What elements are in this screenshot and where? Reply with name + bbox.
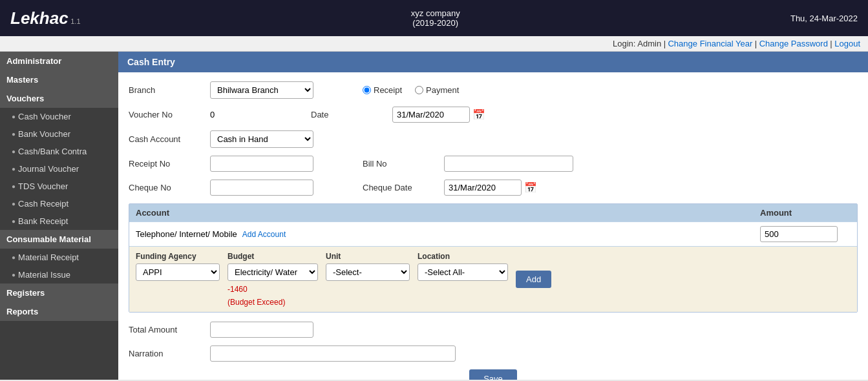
account-table-header: Account Amount bbox=[129, 204, 857, 221]
login-text: Login: Admin | bbox=[613, 39, 666, 48]
app-version: 1.1 bbox=[70, 17, 80, 25]
budget-row: Funding Agency APPI Other Budget Electri… bbox=[136, 252, 851, 307]
sidebar-item-cash-receipt[interactable]: ● Cash Receipt bbox=[0, 195, 118, 212]
cheque-no-label: Cheque No bbox=[129, 183, 200, 192]
logo-area: Lekhac 1.1 bbox=[10, 8, 81, 28]
receipt-no-input[interactable] bbox=[210, 156, 313, 172]
funding-agency-col: Funding Agency APPI Other bbox=[136, 252, 220, 281]
receipt-payment-group: Receipt Payment bbox=[363, 85, 459, 95]
bullet-icon: ● bbox=[12, 113, 16, 120]
branch-row: Branch Bhilwara Branch Main Branch Recei… bbox=[129, 81, 858, 99]
sidebar-item-cash-bank-contra[interactable]: ● Cash/Bank Contra bbox=[0, 143, 118, 160]
funding-agency-select[interactable]: APPI Other bbox=[136, 263, 220, 281]
budget-exceed-amount: -1460 bbox=[228, 285, 318, 294]
bill-no-label: Bill No bbox=[363, 159, 434, 169]
logout-link[interactable]: Logout bbox=[834, 39, 860, 48]
unit-label: Unit bbox=[326, 252, 410, 261]
funding-agency-label: Funding Agency bbox=[136, 252, 220, 261]
account-col-header: Account bbox=[136, 208, 760, 218]
sidebar-section-reports[interactable]: Reports bbox=[0, 302, 118, 321]
total-amount-input[interactable] bbox=[210, 322, 313, 338]
change-fy-link[interactable]: Change Financial Year bbox=[668, 39, 752, 48]
sidebar-item-material-issue[interactable]: ● Material Issue bbox=[0, 266, 118, 283]
total-amount-label: Total Amount bbox=[129, 325, 200, 335]
amount-input[interactable] bbox=[760, 226, 838, 242]
bullet-icon: ● bbox=[12, 165, 16, 172]
cash-account-row: Cash Account Cash in Hand Petty Cash bbox=[129, 130, 858, 148]
payment-radio[interactable] bbox=[415, 86, 423, 94]
sidebar-section-consumable[interactable]: Consumable Material bbox=[0, 230, 118, 249]
budget-exceed-text: (Budget Exceed) bbox=[228, 298, 318, 307]
budget-label: Budget bbox=[228, 252, 318, 261]
location-col: Location -Select All- Location A bbox=[418, 252, 508, 281]
bill-no-input[interactable] bbox=[444, 156, 573, 172]
sidebar-item-label: Material Receipt bbox=[18, 252, 79, 262]
sidebar-section-administrator[interactable]: Administrator bbox=[0, 52, 118, 70]
budget-col: Budget Electricity/ Water Other -1460 (B… bbox=[228, 252, 318, 307]
sidebar-item-cash-voucher[interactable]: ● Cash Voucher bbox=[0, 108, 118, 125]
account-row-account: Telephone/ Internet/ Mobile Add Account bbox=[136, 229, 760, 239]
cheque-date-input[interactable] bbox=[444, 180, 522, 196]
cheque-no-input[interactable] bbox=[210, 180, 313, 196]
sidebar-item-label: Journal Voucher bbox=[18, 164, 79, 174]
panel-title: Cash Entry bbox=[118, 52, 868, 72]
narration-label: Narration bbox=[129, 349, 200, 358]
location-select[interactable]: -Select All- Location A bbox=[418, 263, 508, 281]
unit-col: Unit -Select- Unit A bbox=[326, 252, 410, 281]
company-year: (2019-2020) bbox=[411, 18, 460, 28]
sidebar-item-bank-voucher[interactable]: ● Bank Voucher bbox=[0, 125, 118, 143]
main-content: Cash Entry Branch Bhilwara Branch Main B… bbox=[118, 52, 868, 380]
amount-col-header: Amount bbox=[760, 208, 851, 218]
total-amount-row: Total Amount bbox=[129, 322, 858, 338]
receipt-radio-label[interactable]: Receipt bbox=[363, 85, 402, 95]
sidebar-section-vouchers[interactable]: Vouchers bbox=[0, 89, 118, 108]
save-button[interactable]: Save bbox=[469, 369, 517, 380]
sidebar: Administrator Masters Vouchers ● Cash Vo… bbox=[0, 52, 118, 380]
sidebar-item-journal-voucher[interactable]: ● Journal Voucher bbox=[0, 160, 118, 178]
panel-body: Branch Bhilwara Branch Main Branch Recei… bbox=[118, 72, 868, 380]
receipt-label: Receipt bbox=[374, 85, 402, 95]
bullet-icon: ● bbox=[12, 254, 16, 261]
date-label: Date bbox=[311, 110, 382, 119]
cash-account-select[interactable]: Cash in Hand Petty Cash bbox=[210, 130, 313, 148]
bullet-icon: ● bbox=[12, 200, 16, 207]
bullet-icon: ● bbox=[12, 218, 16, 225]
payment-label: Payment bbox=[426, 85, 459, 95]
company-name: xyz company bbox=[411, 8, 460, 18]
app-logo: Lekhac bbox=[10, 8, 69, 28]
header: Lekhac 1.1 xyz company (2019-2020) Thu, … bbox=[0, 0, 868, 36]
receipt-radio[interactable] bbox=[363, 86, 371, 94]
sidebar-item-tds-voucher[interactable]: ● TDS Voucher bbox=[0, 178, 118, 195]
cash-entry-panel: Cash Entry Branch Bhilwara Branch Main B… bbox=[118, 52, 868, 380]
narration-input[interactable] bbox=[210, 345, 456, 362]
sidebar-item-label: Cash/Bank Contra bbox=[18, 147, 87, 156]
budget-select[interactable]: Electricity/ Water Other bbox=[228, 263, 318, 281]
date-group: 📅 bbox=[392, 107, 485, 123]
layout: Administrator Masters Vouchers ● Cash Vo… bbox=[0, 52, 868, 380]
cheque-calendar-icon[interactable]: 📅 bbox=[524, 181, 537, 194]
separator1: | bbox=[755, 39, 759, 48]
branch-select[interactable]: Bhilwara Branch Main Branch bbox=[210, 81, 313, 99]
narration-row: Narration bbox=[129, 345, 858, 362]
sidebar-item-bank-receipt[interactable]: ● Bank Receipt bbox=[0, 212, 118, 230]
account-row-amount bbox=[760, 226, 851, 242]
sidebar-item-material-receipt[interactable]: ● Material Receipt bbox=[0, 249, 118, 266]
sidebar-item-label: Bank Receipt bbox=[18, 216, 68, 226]
sidebar-item-label: TDS Voucher bbox=[18, 181, 68, 191]
add-button[interactable]: Add bbox=[516, 271, 551, 288]
voucher-no-value: 0 bbox=[210, 107, 262, 122]
payment-radio-label[interactable]: Payment bbox=[415, 85, 459, 95]
bullet-icon: ● bbox=[12, 130, 16, 138]
unit-select[interactable]: -Select- Unit A bbox=[326, 263, 410, 281]
sidebar-section-masters[interactable]: Masters bbox=[0, 70, 118, 89]
voucher-no-label: Voucher No bbox=[129, 110, 200, 119]
cheque-date-label: Cheque Date bbox=[363, 183, 434, 192]
cheque-date-group: 📅 bbox=[444, 180, 537, 196]
sidebar-item-label: Cash Voucher bbox=[18, 112, 71, 121]
voucher-date-row: Voucher No 0 Date 📅 bbox=[129, 107, 858, 123]
change-pwd-link[interactable]: Change Password bbox=[759, 39, 828, 48]
calendar-icon[interactable]: 📅 bbox=[472, 108, 485, 121]
add-account-link[interactable]: Add Account bbox=[242, 230, 286, 239]
sidebar-section-registers[interactable]: Registers bbox=[0, 283, 118, 302]
date-input[interactable] bbox=[392, 107, 470, 123]
